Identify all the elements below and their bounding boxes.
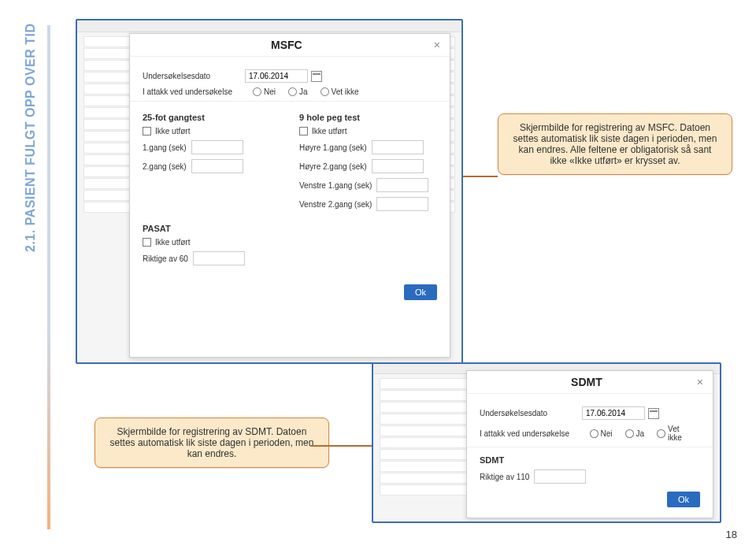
v1-input[interactable] <box>376 178 428 192</box>
h1-input[interactable] <box>372 140 424 154</box>
exam-date-input[interactable] <box>582 406 645 420</box>
pasat-heading: PASAT <box>143 224 437 233</box>
gang2-input[interactable] <box>191 159 243 173</box>
not-done-checkbox[interactable] <box>299 127 308 135</box>
sdmt-heading: SDMT <box>480 455 700 465</box>
pasat-input[interactable] <box>193 251 245 265</box>
sdmt-input[interactable] <box>534 469 586 484</box>
close-icon[interactable]: × <box>697 376 703 388</box>
exam-date-input[interactable] <box>245 69 308 83</box>
radio-no[interactable] <box>590 429 598 438</box>
not-done-checkbox[interactable] <box>143 127 151 135</box>
sidebar-stripe <box>47 25 50 529</box>
radio-yes[interactable] <box>625 429 634 438</box>
ok-button[interactable]: Ok <box>667 492 700 507</box>
modal-title: MSFC <box>271 39 302 51</box>
ok-button[interactable]: Ok <box>404 284 437 300</box>
calendar-icon[interactable] <box>311 71 322 82</box>
modal-sdmt: SDMT × Undersøkelsesdato I attakk ved un… <box>466 370 713 518</box>
attack-label: I attakk ved undersøkelse <box>143 87 245 96</box>
screenshot-msfc: MSFC × Undersøkelsesdato I attakk ved un… <box>76 19 463 364</box>
radio-yes[interactable] <box>288 87 297 96</box>
h2-input[interactable] <box>372 159 424 173</box>
close-icon[interactable]: × <box>434 39 440 51</box>
radio-unknown[interactable] <box>321 87 329 96</box>
gang1-input[interactable] <box>191 140 243 154</box>
callout-msfc: Skjermbilde for registrering av MSFC. Da… <box>498 113 732 175</box>
sidebar-section-label: 2.1. PASIENT FULGT OPP OVER TID <box>24 23 38 252</box>
pegtest-heading: 9 hole peg test <box>299 113 437 122</box>
not-done-checkbox[interactable] <box>143 238 151 247</box>
exam-date-label: Undersøkelsesdato <box>143 72 245 80</box>
v2-input[interactable] <box>376 197 428 211</box>
exam-date-label: Undersøkelsesdato <box>480 409 582 418</box>
gangtest-heading: 25-fot gangtest <box>143 113 280 122</box>
screenshot-sdmt: SDMT × Undersøkelsesdato I attakk ved un… <box>372 362 721 523</box>
callout-sdmt: Skjermbilde for registrering av SDMT. Da… <box>94 418 329 468</box>
radio-unknown[interactable] <box>657 429 665 438</box>
attack-label: I attakk ved undersøkelse <box>480 429 582 438</box>
radio-no[interactable] <box>253 87 261 96</box>
modal-title: SDMT <box>571 376 602 388</box>
callout-connector <box>310 445 372 447</box>
page-number: 18 <box>726 529 737 540</box>
calendar-icon[interactable] <box>648 408 659 419</box>
modal-msfc: MSFC × Undersøkelsesdato I attakk ved un… <box>129 33 450 358</box>
